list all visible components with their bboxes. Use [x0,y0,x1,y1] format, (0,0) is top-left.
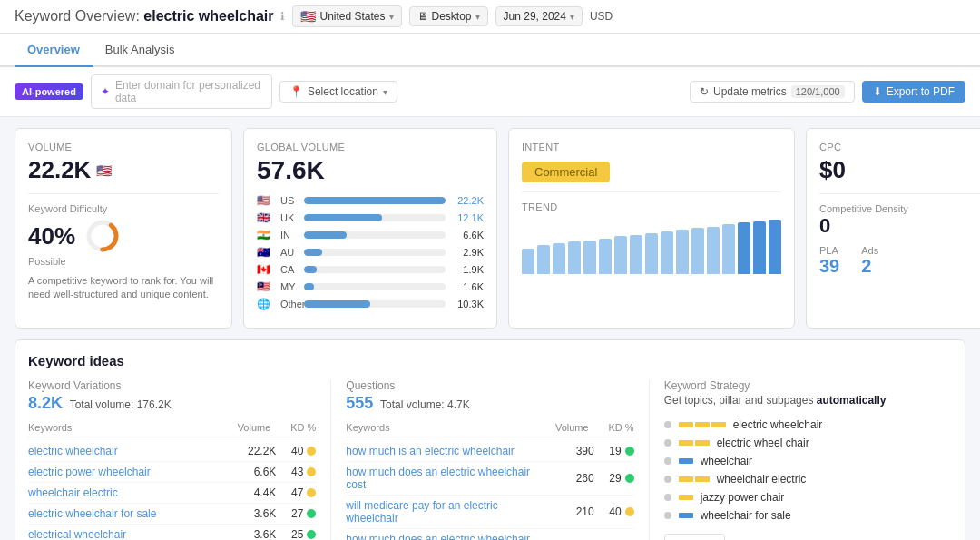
export-button[interactable]: ⬇ Export to PDF [862,81,965,103]
download-icon: ⬇ [873,85,882,98]
keyword-text: electric wheelchair [143,8,273,24]
pla-label: PLA [819,245,839,256]
keyword-name[interactable]: how much does an electric wheelchair cos… [346,466,539,491]
ads-label: Ads [861,245,878,256]
trend-bar [568,241,581,274]
country-flag-icon: 🌐 [257,298,275,310]
strategy-keyword[interactable]: jazzy power chair [701,491,785,504]
keyword-volume: 22.2K [221,445,276,457]
keyword-kd: 25 [276,528,303,540]
table-row: electric wheelchair for sale 3.6K 27 [28,504,316,525]
strategy-keyword[interactable]: wheelchair electric [717,473,807,486]
strategy-keyword[interactable]: wheelchair for sale [701,509,791,522]
country-code: IN [280,230,299,241]
keyword-name[interactable]: electric power wheelchair [28,466,221,478]
country-code: US [280,195,299,206]
intent-label: Intent [522,142,781,152]
strategy-bar [679,458,693,464]
bar-fill [304,266,317,273]
bar-fill [304,300,370,308]
pla-item: PLA 39 [819,245,839,277]
table-row: electric wheelchair 22.2K 40 [28,441,316,462]
strategy-bar [679,513,693,518]
bar-value: 2.9K [451,247,484,258]
country-code: UK [280,212,299,223]
volume-number: 22.2K [28,156,91,184]
country-selector[interactable]: 🇺🇸 United States ▾ [292,5,401,27]
strategy-bar-segment [679,476,693,482]
strategy-bar [679,440,710,446]
bar-value: 1.6K [451,281,484,292]
col-keywords: Keywords [346,422,534,433]
global-volume-value: 57.6K [257,156,484,185]
keyword-name[interactable]: electric wheelchair for sale [28,507,221,520]
keyword-name[interactable]: wheelchair electric [28,486,221,499]
location-label: Select location [308,85,378,98]
questions-table: Keywords Volume KD % how much is an elec… [346,422,633,540]
table-row: how much is an electric wheelchair 390 1… [346,441,633,462]
keyword-name[interactable]: how much does an electric wheelchair wei… [346,533,539,540]
nav-tabs: Overview Bulk Analysis [0,34,980,67]
keyword-volume: 4.4K [221,486,276,499]
bar-row: 🇺🇸 US 22.2K [257,194,484,207]
keyword-name[interactable]: will medicare pay for an electric wheelc… [346,499,539,525]
sparkle-icon: ✦ [101,85,110,98]
view-all-strategy-button[interactable]: View all [664,534,725,540]
bar-row: 🇬🇧 UK 12.1K [257,211,484,224]
trend-bar [676,230,689,274]
location-button[interactable]: 📍 Select location ▾ [279,81,397,103]
strategy-title: Keyword Strategy [664,379,952,392]
strategy-dot [664,512,671,519]
keyword-ideas-section: Keyword ideas Keyword Variations 8.2K To… [15,339,965,540]
trend-bar [645,233,658,274]
bar-track [304,266,446,273]
quota-badge: 120/1,000 [791,85,845,98]
bar-row: 🌐 Other 10.3K [257,298,484,310]
chevron-down-icon: ▾ [383,87,387,97]
page-title-prefix: Keyword Overview: [15,8,140,24]
tab-bulk-analysis[interactable]: Bulk Analysis [93,34,188,67]
strategy-bar-segment [695,476,710,482]
kd-description: A competitive keyword to rank for. You w… [28,274,219,302]
kd-ring [84,218,121,254]
col-kd: KD % [589,422,634,433]
strategy-keyword[interactable]: wheelchair [701,455,752,467]
variations-count: 8.2K [28,394,63,412]
keyword-kd: 47 [276,486,303,499]
strategy-keyword[interactable]: electric wheelchair [733,418,823,431]
ideas-cols: Keyword Variations 8.2K Total volume: 17… [28,379,952,540]
tab-overview[interactable]: Overview [15,34,93,67]
keyword-kd: 40 [276,445,303,457]
strategy-keyword[interactable]: electric wheel chair [717,437,809,449]
bar-value: 1.9K [451,264,484,275]
strategy-dot [664,494,671,501]
trend-bar [769,220,781,274]
keyword-name[interactable]: electrical wheelchair [28,528,221,540]
table-row: will medicare pay for an electric wheelc… [346,496,633,529]
bar-value: 6.6K [451,230,484,241]
col-volume: Volume [216,422,270,433]
variations-table-head: Keywords Volume KD % [28,422,316,437]
variations-sub: Total volume: 176.2K [70,398,172,411]
list-item: electric wheelchair [664,416,952,434]
strategy-bar-segment [695,440,710,446]
info-icon[interactable]: ℹ [280,10,285,23]
domain-input[interactable]: ✦ Enter domain for personalized data [91,74,272,109]
device-selector[interactable]: 🖥 Desktop ▾ [409,6,488,26]
trend-bar [553,243,565,274]
bar-fill [304,249,322,256]
keyword-name[interactable]: how much is an electric wheelchair [346,445,539,457]
cpc-card: CPC $0 Competitive Density 0 PLA 39 Ads … [806,128,980,329]
trend-bar [753,221,766,274]
volume-kd-card: Volume 22.2K 🇺🇸 Keyword Difficulty 40% P… [15,128,232,329]
keyword-name[interactable]: electric wheelchair [28,445,221,457]
country-flag-icon: 🇦🇺 [257,246,275,259]
date-selector[interactable]: Jun 29, 2024 ▾ [495,6,583,26]
strategy-desc-bold: automatically [817,394,887,407]
table-row: electric power wheelchair 6.6K 43 [28,462,316,483]
kd-possible: Possible [28,256,219,267]
table-row: how much does an electric wheelchair wei… [346,529,633,540]
kd-dot [307,530,316,539]
update-metrics-button[interactable]: ↻ Update metrics 120/1,000 [690,81,855,103]
kd-dot [307,509,316,518]
